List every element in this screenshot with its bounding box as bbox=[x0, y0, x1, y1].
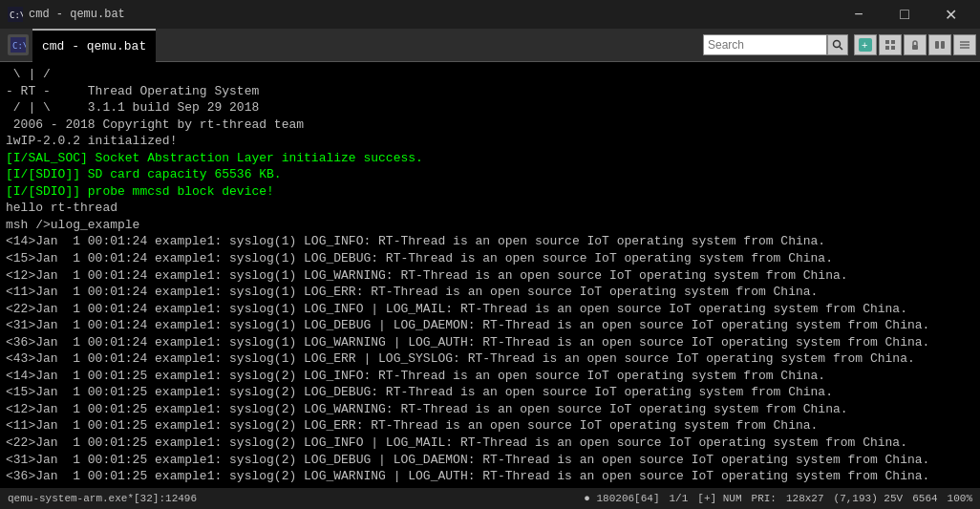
active-tab[interactable]: cmd - qemu.bat bbox=[32, 29, 156, 62]
lock-icon bbox=[908, 38, 922, 52]
window-icon: C:\ bbox=[8, 7, 23, 22]
search-input[interactable] bbox=[703, 34, 827, 55]
minimize-button[interactable]: − bbox=[837, 0, 881, 29]
search-box bbox=[703, 34, 848, 55]
close-button[interactable]: ✕ bbox=[928, 0, 972, 29]
tab-bar: C:\ cmd - qemu.bat + bbox=[0, 29, 980, 62]
svg-rect-11 bbox=[885, 46, 889, 50]
svg-line-5 bbox=[840, 47, 842, 50]
status-position: (7,193) 25V bbox=[834, 493, 904, 504]
terminal-line: <11>Jan 1 00:01:25 example1: syslog(2) L… bbox=[6, 417, 974, 435]
status-mode: PRI: bbox=[752, 493, 777, 504]
terminal-line: <43>Jan 1 00:01:25 example1: syslog(2) L… bbox=[6, 485, 974, 488]
status-count: 6564 bbox=[912, 493, 937, 504]
svg-text:+: + bbox=[862, 39, 867, 51]
terminal-line: <12>Jan 1 00:01:25 example1: syslog(2) L… bbox=[6, 401, 974, 418]
terminal-line: <22>Jan 1 00:01:24 example1: syslog(1) L… bbox=[6, 301, 974, 318]
terminal-line: <43>Jan 1 00:01:24 example1: syslog(1) L… bbox=[6, 350, 974, 368]
terminal-line: <14>Jan 1 00:01:24 example1: syslog(1) L… bbox=[6, 233, 974, 250]
add-icon: + bbox=[859, 38, 872, 52]
options-button[interactable]: + bbox=[854, 34, 877, 55]
terminal-line: [I/[SDIO]] probe mmcsd block device! bbox=[6, 183, 974, 201]
svg-rect-16 bbox=[935, 41, 939, 49]
terminal-line: 2006 - 2018 Copyright by rt-thread team bbox=[6, 117, 974, 134]
terminal-line: <31>Jan 1 00:01:24 example1: syslog(1) L… bbox=[6, 317, 974, 334]
terminal-line: <36>Jan 1 00:01:25 example1: syslog(2) L… bbox=[6, 468, 974, 485]
terminal-line: - RT - Thread Operating System bbox=[6, 83, 974, 100]
terminal-line: lwIP-2.0.2 initialized! bbox=[6, 133, 974, 150]
terminal-line: <22>Jan 1 00:01:25 example1: syslog(2) L… bbox=[6, 435, 974, 452]
terminal: \ | /- RT - Thread Operating System / | … bbox=[0, 62, 980, 488]
terminal-line: <15>Jan 1 00:01:25 example1: syslog(2) L… bbox=[6, 384, 974, 401]
status-size: 128x27 bbox=[786, 493, 824, 504]
terminal-line: [I/[SDIO]] SD card capacity 65536 KB. bbox=[6, 166, 974, 183]
search-icon bbox=[832, 39, 843, 51]
terminal-line: <14>Jan 1 00:01:25 example1: syslog(2) L… bbox=[6, 368, 974, 385]
hamburger-icon bbox=[958, 38, 971, 52]
terminal-line: \ | / bbox=[6, 66, 974, 83]
terminal-line: [I/SAL_SOC] Socket Abstraction Layer ini… bbox=[6, 150, 974, 167]
grid-icon bbox=[884, 38, 897, 52]
terminal-line: hello rt-thread bbox=[6, 200, 974, 217]
view-button[interactable] bbox=[879, 34, 902, 55]
terminal-line: <12>Jan 1 00:01:24 example1: syslog(1) L… bbox=[6, 267, 974, 285]
tab-icon: C:\ bbox=[8, 34, 29, 55]
search-button[interactable] bbox=[827, 34, 848, 55]
svg-rect-14 bbox=[912, 45, 918, 50]
status-coords: ● 180206[64] bbox=[584, 493, 659, 504]
maximize-button[interactable]: □ bbox=[883, 0, 927, 29]
svg-rect-12 bbox=[891, 46, 895, 50]
status-zoom: 100% bbox=[948, 493, 972, 504]
svg-text:C:\: C:\ bbox=[10, 11, 23, 20]
status-insert: [+] NUM bbox=[697, 493, 741, 504]
lock-button[interactable] bbox=[904, 34, 927, 55]
svg-rect-9 bbox=[885, 40, 889, 44]
status-page: 1/1 bbox=[670, 493, 689, 504]
svg-rect-10 bbox=[891, 40, 895, 44]
toolbar-icons: + bbox=[854, 34, 976, 55]
svg-text:C:\: C:\ bbox=[12, 41, 26, 51]
svg-point-4 bbox=[834, 41, 841, 48]
terminal-line: <36>Jan 1 00:01:24 example1: syslog(1) L… bbox=[6, 334, 974, 351]
panels-button[interactable] bbox=[928, 34, 951, 55]
title-bar: C:\ cmd - qemu.bat − □ ✕ bbox=[0, 0, 980, 29]
panels-icon bbox=[933, 38, 947, 52]
terminal-line: <15>Jan 1 00:01:24 example1: syslog(1) L… bbox=[6, 250, 974, 267]
svg-rect-17 bbox=[941, 41, 945, 49]
terminal-line: msh />ulog_example bbox=[6, 217, 974, 234]
window-controls: − □ ✕ bbox=[837, 0, 972, 29]
status-process: qemu-system-arm.exe*[32]:12496 bbox=[8, 493, 197, 504]
status-bar: qemu-system-arm.exe*[32]:12496 ● 180206[… bbox=[0, 488, 980, 509]
terminal-line: <31>Jan 1 00:01:25 example1: syslog(2) L… bbox=[6, 452, 974, 469]
menu-button[interactable] bbox=[953, 34, 976, 55]
window-title: cmd - qemu.bat bbox=[29, 8, 837, 21]
terminal-line: / | \ 3.1.1 build Sep 29 2018 bbox=[6, 99, 974, 117]
status-right: ● 180206[64] 1/1 [+] NUM PRI: 128x27 (7,… bbox=[584, 493, 972, 504]
terminal-line: <11>Jan 1 00:01:24 example1: syslog(1) L… bbox=[6, 284, 974, 301]
